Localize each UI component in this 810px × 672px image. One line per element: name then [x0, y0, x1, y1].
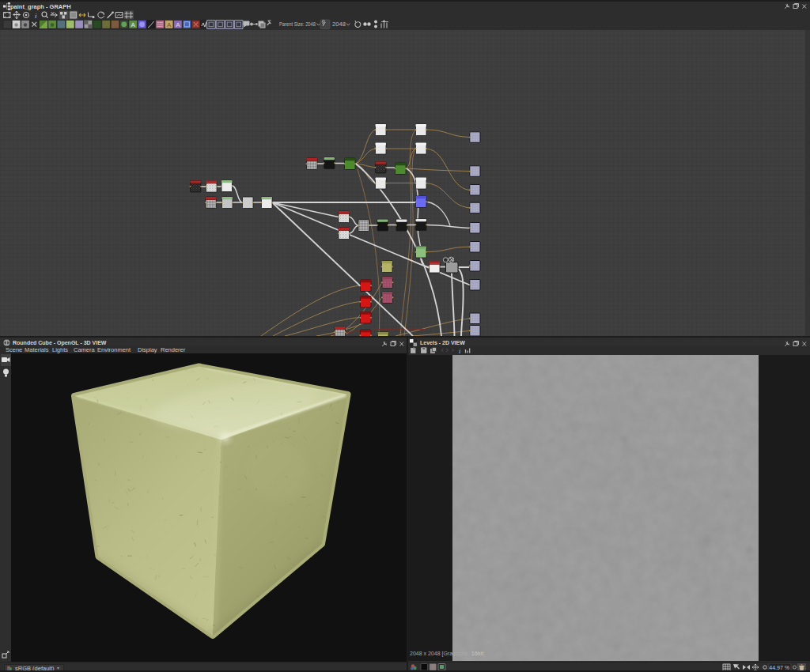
svg-text:i: i [459, 348, 460, 355]
svg-text:i: i [35, 12, 37, 20]
svg-text:2048: 2048 [332, 21, 346, 28]
svg-text:Parent Size: 2048: Parent Size: 2048 [279, 21, 316, 28]
svg-text:A: A [167, 21, 172, 28]
svg-text:44.97 %: 44.97 % [769, 665, 789, 670]
svg-text:A: A [176, 21, 180, 28]
svg-text:A: A [131, 21, 136, 28]
